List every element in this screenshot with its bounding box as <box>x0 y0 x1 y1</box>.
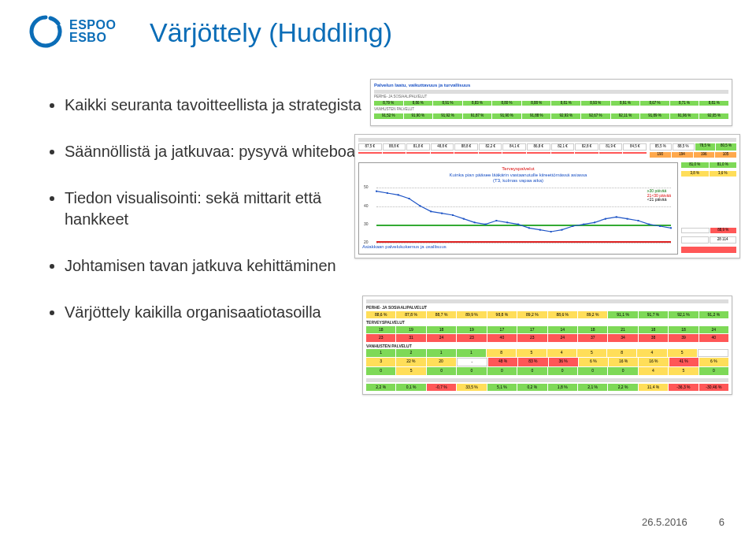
metric-cell: 2 <box>396 349 425 357</box>
metric-cell: 91,7 % <box>639 311 668 319</box>
metric-cell: 8,79 % <box>374 101 403 106</box>
bullet-item: Kaikki seuranta tavoitteellista ja strat… <box>65 95 378 116</box>
metric-cell: 17 <box>487 326 517 334</box>
logo: ESPOO ESBO <box>28 14 116 49</box>
section-label: TERVEYSPALVELUT <box>366 321 728 325</box>
metric-cell: 18 <box>427 326 456 334</box>
page-title: Värjöttely (Huddling) <box>150 17 392 48</box>
metric-cell: 8,91 % <box>611 101 640 106</box>
metric-cell: 4 <box>547 349 576 357</box>
metric-cell: 8,91 % <box>433 101 462 106</box>
svg-rect-4 <box>419 206 421 207</box>
svg-rect-19 <box>583 224 584 225</box>
svg-rect-6 <box>441 213 443 214</box>
svg-rect-23 <box>627 218 628 220</box>
svg-rect-24 <box>637 220 639 221</box>
bullet-item: Värjöttely kaikilla organisaatiotasoilla <box>65 302 378 323</box>
metric-cell: 19 <box>396 326 425 334</box>
metric-cell: 0 <box>487 367 517 375</box>
metric-cell: 89,9 % <box>457 311 486 319</box>
bullet-list: Kaikki seuranta tavoitteellista ja strat… <box>47 95 378 348</box>
chart-bottom-label: Asiakkaan palvelukokemus ja osallisuus <box>362 244 674 251</box>
metric-cell: 39 <box>669 334 698 342</box>
metric-cell: 24 <box>548 334 577 342</box>
metric-cell: 190 <box>650 152 671 158</box>
metric-cell: 92,1 % <box>669 311 698 319</box>
chart: Terveyspalvelut Kuinka pian pääsee lääkä… <box>358 162 678 255</box>
metric-row: 181918191717141821181824 <box>366 326 728 334</box>
metric-cell: 84,1 € <box>502 143 526 151</box>
panel-top: Palvelun laatu, vaikuttavuus ja turvalli… <box>370 79 732 126</box>
metric-cell <box>431 152 454 154</box>
metric-cell: 8,80 % <box>492 101 521 106</box>
metric-cell: 91,96 % <box>670 113 699 119</box>
metric-cell: 82,8 € <box>575 143 598 151</box>
metric-cell: 36 % <box>549 358 578 367</box>
metric-cell: 84,5 € <box>623 143 647 151</box>
svg-rect-26 <box>659 225 661 227</box>
metric-cell: 91,52 % <box>374 113 403 119</box>
metric-cell <box>551 152 575 154</box>
metric-cell <box>623 152 647 154</box>
metric-cell: 2,2 % <box>608 384 637 392</box>
metric-cell: 37 <box>578 334 607 342</box>
metric-cell: 8 <box>487 349 516 357</box>
metric-cell: 16 % <box>639 358 668 367</box>
svg-rect-3 <box>409 198 410 199</box>
metric-cell: 194 <box>672 152 693 158</box>
svg-rect-21 <box>605 218 606 220</box>
metric-cell: 83 % <box>518 358 547 367</box>
metric-cell: 105 <box>715 152 736 158</box>
metric-cell: 48,8 € <box>431 143 454 151</box>
metric-row: 2,2 %0,1 %-0,7 %33,5 %5,1 %0,2 %1,8 %2,1… <box>366 384 728 392</box>
metric-cell: 0 <box>578 367 607 375</box>
metric-cell <box>575 152 598 154</box>
metric-row: 8,79 %8,86 %8,91 %8,83 %8,80 %8,88 %8,81… <box>374 101 728 106</box>
svg-rect-7 <box>452 214 454 216</box>
metric-cell: 40 <box>699 334 728 342</box>
metric-cell: 91,1 % <box>608 311 637 319</box>
section-label: VANHUSTEN PALVELUT <box>366 344 728 349</box>
metric-cell: 8,67 % <box>640 101 669 106</box>
cost-row-b: 85,5 %88,5 %78,5 %80,5 % <box>650 143 736 151</box>
metric-row: 88,6 %87,8 %88,7 %89,9 %98,8 %89,2 %88,6… <box>366 311 728 319</box>
metric-cell: 21 <box>608 326 637 334</box>
metric-row: 233124234023243734383940 <box>366 334 728 342</box>
metric-cell: 33,5 % <box>457 384 486 392</box>
metric-cell: 0,1 % <box>396 384 425 392</box>
metric-cell: 80,5 % <box>716 143 736 151</box>
metric-cell: 91,88 % <box>522 113 551 119</box>
subsection-label: VANHUSTEN PALVELUT <box>374 108 728 112</box>
metric-cell <box>406 152 430 154</box>
metric-row: 322 %20-48 %83 %36 %6 %16 %16 %41 %6 % <box>366 358 728 367</box>
svg-rect-25 <box>648 224 650 225</box>
metric-cell <box>698 349 728 357</box>
metric-cell: 0 <box>548 367 577 375</box>
metric-cell: 23 <box>366 334 395 342</box>
side-cell <box>681 247 736 253</box>
metric-cell: 8,81 % <box>699 101 728 106</box>
metric-cell <box>454 152 478 154</box>
metric-cell: -30,46 % <box>699 384 728 392</box>
chart-area: ≥30 päivää 21<30 päivää <21 päivää 20304… <box>362 188 674 243</box>
metric-cell: 18 <box>669 326 698 334</box>
metric-cell: 18 <box>639 326 668 334</box>
side-cell <box>681 228 710 233</box>
red-row-b: 190194196105 <box>650 152 736 158</box>
metric-cell: 88,8 € <box>383 143 406 151</box>
metric-cell: 91,89 % <box>640 113 669 119</box>
metric-cell: 23 <box>517 334 547 342</box>
svg-rect-1 <box>387 192 388 194</box>
cost-row: 87,5 €88,8 €81,8 €48,8 €88,8 €82,2 €84,1… <box>358 143 647 151</box>
svg-rect-5 <box>430 211 432 213</box>
metric-row: 91,52 %91,90 %91,92 %91,87 %91,90 %91,88… <box>374 113 728 119</box>
chart-title-line3: (T3, kolmas vapaa aika) <box>493 178 543 183</box>
metric-cell: 196 <box>694 152 715 158</box>
metric-cell: 23 <box>457 334 486 342</box>
svg-rect-0 <box>376 191 377 192</box>
metric-cell: 41 % <box>669 358 699 367</box>
logo-ring-icon <box>28 14 63 49</box>
metric-cell: 16 % <box>609 358 638 367</box>
metric-cell: 6 % <box>699 358 728 367</box>
metric-cell: 5 <box>517 349 546 357</box>
